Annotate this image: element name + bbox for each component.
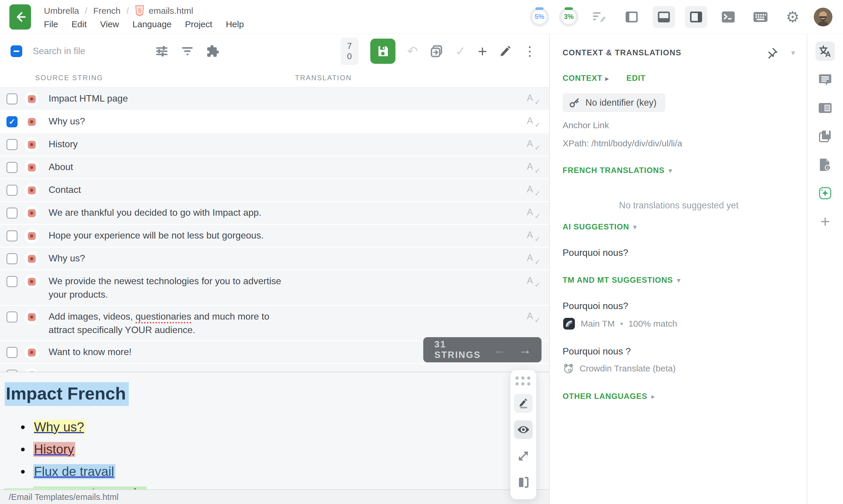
table-row[interactable]: ✓ Why us? A✓: [0, 111, 549, 133]
identifier-key-chip[interactable]: No identifier (key): [562, 93, 665, 112]
source-string-text: About: [49, 160, 73, 174]
row-checkbox[interactable]: ✓: [6, 370, 18, 372]
suggest-translation-icon[interactable]: A✓: [527, 93, 537, 103]
undo-button[interactable]: ↶: [407, 45, 418, 58]
preview-link[interactable]: Flux de travail: [33, 464, 115, 479]
menu-project[interactable]: Project: [185, 19, 212, 29]
preview-split-view-button[interactable]: [514, 473, 533, 492]
row-checkbox[interactable]: ✓: [6, 276, 18, 287]
mt-suggestion-text[interactable]: Pourquoi nous ?: [562, 346, 795, 357]
user-avatar[interactable]: [814, 7, 832, 26]
rail-terms-tab[interactable]: [815, 98, 835, 118]
suggest-translation-icon[interactable]: A✓: [527, 184, 537, 195]
rail-file-info-tab[interactable]: i: [815, 155, 835, 175]
suggest-translation-icon[interactable]: A✓: [527, 207, 537, 217]
drag-handle-icon[interactable]: [516, 376, 531, 386]
row-checkbox[interactable]: ✓: [6, 93, 18, 105]
table-row[interactable]: ✓ Impact HTML page A✓: [0, 88, 549, 111]
other-languages-section-header[interactable]: OTHER LANGUAGES ▸: [562, 392, 795, 401]
menu-view[interactable]: View: [100, 19, 119, 29]
suggest-translation-icon[interactable]: A✓: [527, 139, 537, 149]
shortcuts-button[interactable]: [749, 6, 772, 28]
suggest-translation-icon[interactable]: A✓: [527, 230, 537, 240]
add-string-button[interactable]: +: [478, 43, 487, 59]
row-checkbox[interactable]: ✓: [6, 139, 18, 150]
drafts-button[interactable]: [588, 6, 611, 28]
copy-source-button[interactable]: [430, 44, 444, 58]
rail-comments-tab[interactable]: [815, 70, 835, 89]
filter-settings-icon[interactable]: [155, 44, 168, 58]
suggest-translation-icon[interactable]: A✓: [527, 311, 537, 321]
menu-language[interactable]: Language: [132, 19, 172, 29]
row-checkbox[interactable]: ✓: [6, 208, 18, 219]
pager-prev-button[interactable]: ←: [494, 342, 506, 357]
row-checkbox[interactable]: ✓: [6, 347, 18, 358]
rail-translations-tab[interactable]: A: [815, 41, 835, 61]
preview-view-mode-button[interactable]: [514, 420, 533, 439]
layout-right-panel-button[interactable]: [685, 6, 707, 28]
menu-edit[interactable]: Edit: [71, 19, 87, 29]
edit-pencil-button[interactable]: [499, 45, 512, 58]
suggest-translation-icon[interactable]: A✓: [527, 115, 537, 126]
preview-link[interactable]: History: [33, 442, 75, 457]
rail-ai-tab[interactable]: [815, 183, 835, 203]
row-checkbox[interactable]: ✓: [6, 230, 18, 241]
translated-progress-ring[interactable]: 5%: [530, 7, 549, 26]
table-row[interactable]: ✓ » A✓: [0, 364, 549, 372]
menu-help[interactable]: Help: [226, 19, 244, 29]
row-checkbox[interactable]: ✓: [6, 162, 18, 173]
rail-glossary-tab[interactable]: [815, 127, 835, 146]
select-all-checkbox[interactable]: [11, 46, 22, 57]
string-counter[interactable]: 7 0: [340, 37, 359, 65]
console-button[interactable]: [717, 6, 739, 28]
layout-bottom-panel-button[interactable]: [653, 6, 675, 28]
collapse-panel-chevron[interactable]: ▾: [791, 48, 795, 57]
menu-file[interactable]: File: [44, 19, 58, 29]
table-row[interactable]: ✓ We provide the newest technologies for…: [0, 270, 549, 306]
suggest-translation-icon[interactable]: A✓: [527, 275, 537, 286]
suggest-translation-icon[interactable]: A✓: [527, 253, 537, 263]
table-row[interactable]: ✓ Hope your experience will be not less …: [0, 225, 549, 248]
context-tab[interactable]: CONTEXT▸: [562, 74, 609, 83]
layout-left-panel-button[interactable]: [621, 6, 643, 28]
settings-button[interactable]: ⚙: [782, 6, 804, 28]
row-checkbox[interactable]: ✓: [6, 116, 18, 127]
table-row[interactable]: ✓ Add images, videos, questionaries and …: [0, 306, 549, 341]
more-options-button[interactable]: ⋮: [523, 45, 536, 58]
preview-page-title[interactable]: Impact French: [5, 382, 129, 406]
french-translations-section-header[interactable]: FRENCH TRANSLATIONS ▾: [562, 166, 795, 175]
tm-suggestion-text[interactable]: Pourquoi nous?: [562, 301, 795, 311]
sort-filter-icon[interactable]: [181, 45, 194, 58]
preview-edit-mode-button[interactable]: [514, 394, 533, 413]
row-checkbox[interactable]: ✓: [6, 185, 18, 196]
unpin-icon[interactable]: [767, 47, 778, 58]
row-checkbox[interactable]: ✓: [6, 253, 18, 264]
preview-list-item: Flux de travail: [33, 461, 549, 483]
edit-context-link[interactable]: EDIT: [626, 74, 646, 83]
table-row[interactable]: ✓ History A✓: [0, 133, 549, 156]
preview-link[interactable]: Why us?: [33, 420, 85, 435]
eye-icon: [517, 425, 530, 434]
plugins-puzzle-icon[interactable]: [206, 44, 219, 58]
approved-progress-ring[interactable]: 3%: [559, 7, 578, 26]
ai-suggestion-section-header[interactable]: AI SUGGESTION ▾: [562, 222, 795, 232]
tm-mt-section-header[interactable]: TM AND MT SUGGESTIONS ▾: [562, 276, 795, 285]
layout-bottom-icon: [657, 10, 671, 24]
breadcrumb-file[interactable]: 5 emails.html: [134, 5, 193, 17]
table-row[interactable]: ✓ About A✓: [0, 156, 549, 179]
breadcrumb-language[interactable]: French: [93, 6, 120, 16]
row-checkbox[interactable]: ✓: [6, 311, 18, 323]
rail-add-tab[interactable]: +: [815, 212, 835, 231]
save-button[interactable]: [370, 39, 395, 64]
back-button[interactable]: [10, 4, 31, 30]
suggest-translation-icon[interactable]: A✓: [527, 161, 537, 172]
search-input[interactable]: [32, 46, 138, 57]
table-row[interactable]: ✓ Contact A✓: [0, 179, 549, 202]
breadcrumb-project[interactable]: Umbrella: [44, 6, 79, 16]
table-row[interactable]: ✓ We are thankful you decided to go with…: [0, 202, 549, 225]
approve-button[interactable]: ✓: [455, 45, 466, 58]
preview-expand-button[interactable]: [514, 447, 533, 465]
pager-next-button[interactable]: →: [519, 342, 532, 357]
ai-suggestion-text[interactable]: Pourquoi nous?: [562, 247, 795, 258]
table-row[interactable]: ✓ Why us? A✓: [0, 248, 549, 270]
